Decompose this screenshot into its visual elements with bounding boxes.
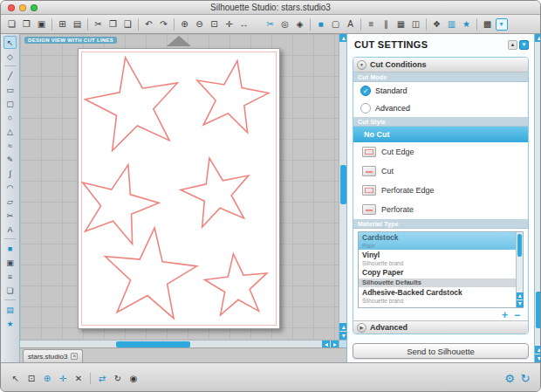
separator[interactable] [4, 65, 16, 66]
sync-refresh-icon[interactable]: ↻ [518, 371, 532, 385]
zoom-out-icon[interactable]: ⊖ [193, 17, 207, 31]
pan-icon[interactable]: ✛ [223, 17, 236, 31]
group-icon[interactable]: ◫ [409, 17, 423, 31]
settings-gear-icon[interactable]: ⚙ [503, 371, 517, 385]
zoom-selection-icon[interactable]: ⊡ [24, 371, 38, 385]
ellipse-tool-icon[interactable]: ○ [3, 111, 17, 124]
select-mode-icon[interactable]: ↖ [9, 371, 23, 385]
text-style-icon[interactable]: A [344, 17, 358, 31]
scroll-down-icon[interactable] [517, 300, 524, 307]
cut-icon[interactable]: ✂ [92, 17, 106, 31]
fill-color-tool-icon[interactable]: ■ [3, 242, 17, 255]
eraser-tool-icon[interactable]: ▱ [3, 195, 17, 208]
cut-style-cut[interactable]: Cut [353, 162, 528, 181]
separator[interactable] [426, 18, 427, 31]
material-copy-paper[interactable]: Copy Paper [359, 267, 516, 279]
text-tool-icon[interactable]: A [3, 223, 17, 236]
knife-tool-icon[interactable]: ✂ [3, 209, 17, 222]
page-setup-icon[interactable]: ⊞ [56, 17, 70, 31]
document-page[interactable] [78, 48, 280, 329]
line-style-tool-icon[interactable]: ▣ [3, 256, 17, 269]
material-vinyl[interactable]: Vinyl Silhouette brand [359, 250, 516, 267]
separator[interactable] [4, 299, 16, 300]
separator[interactable] [90, 373, 91, 384]
trace-icon[interactable]: ◈ [293, 17, 307, 31]
rounded-rectangle-tool-icon[interactable]: ▢ [3, 97, 17, 110]
material-cardstock[interactable]: Cardstock Plain [359, 232, 516, 250]
rectangle-tool-icon[interactable]: ▭ [3, 83, 17, 96]
edit-points-tool-icon[interactable]: ◇ [3, 50, 17, 63]
remove-material-button[interactable]: − [514, 311, 520, 320]
rotate-icon[interactable]: ↻ [111, 371, 125, 385]
scroll-up-icon[interactable] [535, 34, 541, 42]
polygon-tool-icon[interactable]: △ [3, 125, 17, 138]
save-document-icon[interactable]: ▣ [35, 17, 49, 31]
print-icon[interactable]: ▤ [71, 17, 85, 31]
separator[interactable] [476, 18, 477, 31]
expand-toggle-icon[interactable]: ▶ [357, 323, 366, 333]
separator[interactable] [4, 238, 16, 239]
scroll-up-icon[interactable] [339, 34, 346, 42]
cut-style-no-cut[interactable]: No Cut [353, 127, 528, 142]
scroll-down-icon[interactable] [535, 354, 541, 362]
display-options-icon[interactable]: ▩ [481, 17, 495, 31]
shadow-tool-icon[interactable]: ❏ [3, 284, 17, 297]
registration-marks-icon[interactable]: ◎ [278, 17, 292, 31]
store-icon[interactable]: ★ [460, 17, 474, 31]
delete-icon[interactable]: ✕ [72, 371, 86, 385]
toolbar-overflow-icon[interactable]: ▾ [496, 18, 508, 31]
material-scroll-thumb[interactable] [517, 234, 522, 257]
drag-zoom-icon[interactable]: ⊡ [208, 17, 222, 31]
modify-icon[interactable]: ❖ [430, 17, 444, 31]
panel-collapse-up-icon[interactable]: ▲ [508, 40, 517, 50]
scroll-up-icon[interactable] [535, 346, 541, 354]
radio-icon[interactable] [360, 103, 371, 113]
material-adhesive-backed-cardstock[interactable]: Adhesive-Backed Cardstock Silhouette bra… [359, 287, 516, 305]
arc-tool-icon[interactable]: ◠ [3, 181, 17, 194]
library-icon[interactable]: ▥ [445, 17, 459, 31]
fill-page-icon[interactable]: ◉ [127, 371, 140, 385]
library-panel-icon[interactable]: ▤ [3, 303, 17, 316]
flip-icon[interactable]: ⇄ [95, 371, 109, 385]
horizontal-scrollbar[interactable] [20, 340, 339, 347]
zoom-in-icon[interactable]: ⊕ [178, 17, 192, 31]
select-tool-icon[interactable]: ↖ [3, 36, 17, 49]
line-color-icon[interactable]: ▢ [329, 17, 343, 31]
scroll-up-icon[interactable] [517, 292, 524, 299]
separator[interactable] [310, 18, 311, 31]
cut-conditions-header[interactable]: ▼ Cut Conditions [353, 58, 528, 72]
line-weight-tool-icon[interactable]: ≡ [3, 270, 17, 283]
pan-mode-icon[interactable]: ✛ [56, 371, 70, 385]
scroll-up-icon[interactable] [339, 323, 346, 331]
horizontal-scroll-thumb[interactable] [116, 341, 190, 347]
distribute-icon[interactable]: ∥ [380, 17, 394, 31]
advanced-mode-radio[interactable]: Advanced [353, 100, 528, 117]
cut-style-perforate-edge[interactable]: Perforate Edge [353, 181, 528, 200]
add-material-button[interactable]: + [502, 311, 508, 320]
scroll-down-icon[interactable] [339, 332, 346, 340]
store-panel-icon[interactable]: ★ [3, 317, 17, 330]
undo-icon[interactable]: ↶ [142, 17, 156, 31]
radio-icon[interactable]: ✓ [360, 86, 371, 96]
cut-settings-icon[interactable]: ✂ [264, 17, 277, 31]
document-tab[interactable]: stars.studio3 × [23, 349, 83, 362]
separator[interactable] [138, 18, 139, 31]
material-list-scrollbar[interactable] [516, 232, 523, 307]
fit-to-page-icon[interactable]: ↔ [237, 17, 251, 31]
separator[interactable] [360, 18, 361, 31]
vertical-scroll-thumb[interactable] [340, 165, 346, 204]
panel-scroll-down-icon[interactable]: ▼ [519, 40, 529, 50]
copy-icon[interactable]: ❐ [106, 17, 120, 31]
scroll-left-icon[interactable] [322, 340, 330, 347]
align-icon[interactable]: ≡ [365, 17, 379, 31]
spacer[interactable] [252, 17, 263, 31]
separator[interactable] [174, 18, 175, 31]
material-silhouette-defaults[interactable]: Silhouette Defaults [359, 279, 516, 288]
canvas-area[interactable]: DESIGN VIEW WITH CUT LINES [20, 34, 346, 347]
send-to-silhouette-button[interactable]: Send to Silhouette [353, 343, 529, 359]
standard-mode-radio[interactable]: ✓ Standard [353, 82, 528, 100]
paste-icon[interactable]: ❑ [121, 17, 135, 31]
fill-color-icon[interactable]: ■ [314, 17, 328, 31]
vertical-scrollbar[interactable] [339, 34, 346, 340]
open-document-icon[interactable]: ❒ [20, 17, 34, 31]
